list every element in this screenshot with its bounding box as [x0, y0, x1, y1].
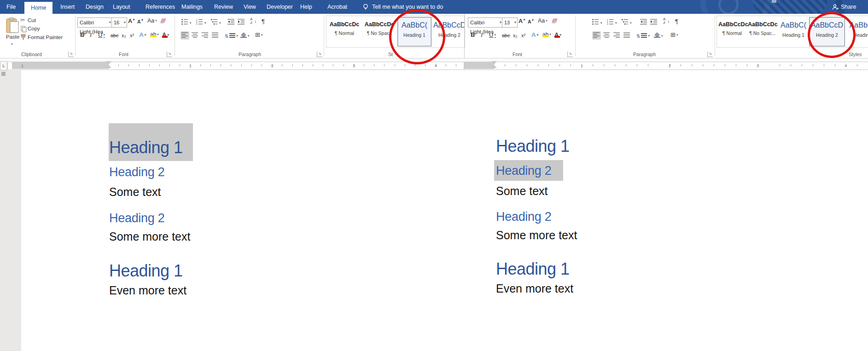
paste-dropdown[interactable]	[10, 40, 13, 48]
document-area[interactable]: Heading 1 Heading 2 Some text Heading 2 …	[0, 70, 868, 351]
justify-button[interactable]	[212, 31, 219, 40]
numbered-list-dropdown-w2[interactable]	[614, 18, 617, 27]
doc-heading1b-left[interactable]: Heading 1	[109, 261, 183, 281]
text-effects-button[interactable]: A	[139, 31, 146, 38]
tab-help[interactable]: Help	[300, 0, 312, 14]
tab-review[interactable]: Review	[214, 0, 233, 14]
cut-button[interactable]: Cut	[28, 17, 36, 23]
clipboard-dialog-launcher[interactable]: ⇘	[68, 52, 74, 57]
tab-references[interactable]: References	[146, 0, 175, 14]
multilevel-list-dropdown[interactable]	[218, 18, 221, 27]
bullet-list-dropdown[interactable]	[189, 18, 192, 27]
style-no-spacing-w2[interactable]: AaBbCcDc ¶ No Spac...	[747, 17, 778, 46]
grow-font-button[interactable]: A▲	[128, 17, 135, 24]
doc-heading2-left[interactable]: Heading 2	[109, 165, 164, 179]
shrink-font-button[interactable]: A▼	[137, 18, 144, 24]
line-spacing-button-w2[interactable]: ⇅	[636, 31, 650, 40]
doc-body2-left[interactable]: Some more text	[109, 230, 190, 243]
hanging-indent-marker-left[interactable]	[106, 65, 111, 68]
style-normal-w2[interactable]: AaBbCcDc ¶ Normal	[718, 17, 746, 46]
paragraph-dialog-launcher-w2[interactable]: ⇘	[707, 52, 713, 57]
superscript-button-w2[interactable]: x²	[521, 33, 525, 38]
sort-button-w2[interactable]: AZ	[663, 17, 665, 25]
superscript-button[interactable]: x²	[130, 33, 134, 38]
font-color-button[interactable]: A	[162, 31, 169, 38]
tab-home[interactable]: Home	[24, 2, 52, 14]
doc-heading1-right[interactable]: Heading 1	[496, 137, 570, 156]
align-right-button-w2[interactable]	[613, 31, 620, 40]
style-normal-w1[interactable]: AaBbCcDc ¶ Normal	[327, 17, 361, 46]
shading-button[interactable]	[240, 31, 250, 40]
underline-button-w2[interactable]: U	[489, 31, 496, 38]
first-line-indent-marker-right[interactable]	[491, 61, 497, 64]
doc-heading1b-right[interactable]: Heading 1	[496, 259, 570, 279]
align-center-button-w2[interactable]	[603, 31, 610, 40]
change-case-button[interactable]: Aa	[147, 17, 157, 24]
font-name-combobox[interactable]: Calibri Light (Hea▾	[77, 17, 112, 28]
tab-insert[interactable]: Insert	[60, 0, 75, 14]
style-heading1-w2[interactable]: AaBbC( Heading 1	[779, 17, 808, 46]
font-dialog-launcher-w1[interactable]: ⇘	[167, 52, 172, 57]
italic-button[interactable]: I	[90, 31, 92, 39]
doc-heading2b-right[interactable]: Heading 2	[496, 210, 551, 224]
doc-body3-right[interactable]: Even more text	[496, 282, 573, 295]
tab-acrobat[interactable]: Acrobat	[327, 0, 347, 14]
font-color-button-w2[interactable]: A	[554, 31, 561, 38]
doc-body-right[interactable]: Some text	[496, 184, 548, 198]
decrease-indent-icon[interactable]	[227, 19, 234, 25]
copy-button[interactable]: Copy	[28, 26, 40, 31]
italic-button-w2[interactable]: I	[481, 31, 483, 39]
underline-button[interactable]: U	[98, 31, 105, 38]
justify-button-w2[interactable]	[623, 31, 630, 40]
text-effects-button-w2[interactable]: A	[531, 31, 538, 38]
bold-button-w2[interactable]: B	[471, 31, 475, 38]
show-paragraph-marks-button[interactable]: ¶	[262, 18, 265, 25]
increase-indent-icon-w2[interactable]	[650, 19, 657, 25]
align-left-button-w2[interactable]	[592, 31, 601, 40]
line-spacing-button[interactable]: ⇅	[225, 31, 238, 40]
highlight-button-w2[interactable]: ab	[542, 31, 551, 38]
tab-view[interactable]: View	[244, 0, 256, 14]
align-right-button[interactable]	[202, 31, 209, 40]
doc-body-left[interactable]: Some text	[109, 185, 161, 199]
hanging-indent-marker-right[interactable]	[491, 65, 497, 68]
font-size-combobox[interactable]: 16▾	[111, 17, 127, 28]
grow-font-button-w2[interactable]: A▲	[518, 17, 526, 24]
paste-button[interactable]: Paste	[6, 34, 19, 40]
align-left-button[interactable]	[181, 31, 189, 40]
shading-button-w2[interactable]	[654, 31, 663, 40]
multilevel-list-dropdown-w2[interactable]	[629, 18, 632, 27]
tab-layout[interactable]: Layout	[113, 0, 130, 14]
borders-button[interactable]: ⊞	[255, 31, 262, 38]
align-center-button[interactable]	[192, 31, 198, 40]
highlight-button[interactable]: ab	[150, 31, 159, 38]
tab-developer[interactable]: Developer	[267, 0, 293, 14]
share-button[interactable]: Share	[841, 0, 856, 14]
doc-heading2b-left[interactable]: Heading 2	[109, 211, 164, 225]
paragraph-dialog-launcher-w1[interactable]: ⇘	[317, 52, 322, 57]
format-painter-button[interactable]: Format Painter	[28, 35, 63, 40]
numbered-list-dropdown[interactable]	[204, 18, 206, 27]
first-line-indent-marker-left[interactable]	[106, 61, 111, 64]
borders-button-w2[interactable]: ⊞	[670, 31, 678, 38]
sort-button[interactable]: AZ	[250, 17, 252, 25]
tab-stop-selector[interactable]: L	[0, 61, 7, 70]
tab-mailings[interactable]: Mailings	[181, 0, 203, 14]
shrink-font-button-w2[interactable]: A▼	[528, 18, 535, 24]
strikethrough-button[interactable]: abe	[111, 33, 119, 38]
doc-heading1-selected-left[interactable]: Heading 1	[109, 138, 183, 157]
tab-design[interactable]: Design	[86, 0, 104, 14]
font-dialog-launcher-w2[interactable]: ⇘	[567, 52, 573, 57]
tab-file[interactable]: File	[6, 0, 16, 14]
decrease-indent-icon-w2[interactable]	[640, 19, 647, 25]
change-case-button-w2[interactable]: Aa	[538, 17, 548, 24]
bullet-list-dropdown-w2[interactable]	[600, 18, 602, 27]
subscript-button-w2[interactable]: x₂	[513, 33, 518, 38]
increase-indent-icon[interactable]	[238, 19, 245, 25]
strikethrough-button-w2[interactable]: abe	[502, 33, 510, 38]
doc-heading2-selected-right[interactable]: Heading 2	[496, 164, 551, 178]
show-paragraph-marks-button-w2[interactable]: ¶	[675, 18, 678, 25]
font-name-combobox-w2[interactable]: Calibri Light (Hea▾	[468, 17, 503, 28]
doc-body2-right[interactable]: Some more text	[496, 229, 577, 242]
font-size-combobox-w2[interactable]: 13▾	[502, 17, 518, 28]
